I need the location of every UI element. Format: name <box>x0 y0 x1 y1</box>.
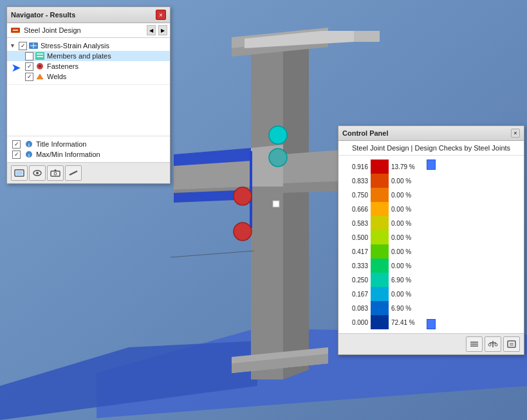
balance-icon <box>488 340 498 349</box>
svg-marker-3 <box>251 39 283 379</box>
svg-rect-32 <box>37 53 43 55</box>
cp-export-button[interactable] <box>503 336 520 352</box>
cp-color-cell-6 <box>371 244 389 259</box>
svg-point-20 <box>234 187 252 205</box>
cp-color-cell-2 <box>371 188 389 202</box>
cp-content: 0.9160.8330.7500.6660.5830.5000.4170.333… <box>338 156 524 333</box>
cp-row-label-11: 0.000 <box>352 315 371 329</box>
cp-row-label-6: 0.417 <box>352 244 371 259</box>
navigator-title: Navigator - Results <box>11 11 75 19</box>
svg-rect-45 <box>51 171 60 176</box>
cp-row-percent-11: 72.41 % <box>389 315 424 329</box>
tree-label-welds: Welds <box>47 73 66 80</box>
svg-point-44 <box>36 172 39 174</box>
cp-title: Control Panel <box>342 129 389 137</box>
tree-label-stress-strain: Stress-Strain Analysis <box>41 42 109 50</box>
svg-rect-33 <box>37 56 43 57</box>
cp-indicator-bottom <box>427 319 436 329</box>
cp-color-cell-7 <box>371 259 389 273</box>
dropdown-forward-button[interactable]: ▶ <box>158 25 167 35</box>
cp-row-label-9: 0.167 <box>352 287 371 301</box>
cp-row-percent-1: 0.00 % <box>389 174 424 188</box>
tree-arrow-stress-strain: ▼ <box>10 42 19 49</box>
cp-row-percent-5: 0.00 % <box>389 230 424 244</box>
navigator-dropdown[interactable]: Steel Joint Design ◀ ▶ <box>7 23 170 38</box>
stress-strain-icon <box>28 41 39 50</box>
cp-color-cell-1 <box>371 174 389 188</box>
cp-balance-button[interactable] <box>485 336 501 352</box>
tree-item-members-plates[interactable]: Members and plates <box>7 51 170 61</box>
svg-rect-56 <box>508 341 515 347</box>
welds-icon <box>35 72 45 81</box>
cp-value-labels: 0.9160.8330.7500.6660.5830.5000.4170.333… <box>344 160 371 329</box>
cp-row-percent-7: 0.00 % <box>389 259 424 273</box>
svg-marker-4 <box>283 29 309 379</box>
navigator-panel: Navigator - Results × Steel Joint Design… <box>6 6 171 184</box>
cp-row-percent-10: 6.90 % <box>389 301 424 315</box>
svg-line-48 <box>69 171 77 175</box>
maxmin-info-item[interactable]: i Max/Min Information <box>12 149 165 160</box>
screenshot-button[interactable] <box>11 165 28 181</box>
cp-row-label-4: 0.583 <box>352 216 371 230</box>
steel-joint-icon <box>10 26 21 35</box>
camera-icon <box>50 169 60 178</box>
cp-row-percent-6: 0.00 % <box>389 244 424 259</box>
cp-row-label-3: 0.666 <box>352 202 371 216</box>
fasteners-icon <box>35 62 45 71</box>
line-icon <box>68 169 79 178</box>
cp-percent-values: 13.79 %0.00 %0.00 %0.00 %0.00 %0.00 %0.0… <box>389 160 424 329</box>
tree-label-fasteners: Fasteners <box>47 62 79 70</box>
title-info-icon: i <box>24 140 34 149</box>
svg-point-54 <box>488 343 491 346</box>
checkbox-fasteners[interactable] <box>25 62 33 71</box>
cp-toolbar <box>338 333 524 354</box>
svg-point-55 <box>495 343 497 346</box>
checkbox-members-plates[interactable] <box>25 52 33 60</box>
svg-point-18 <box>269 126 287 144</box>
cp-titlebar: Control Panel × <box>338 126 524 141</box>
svg-marker-36 <box>37 74 43 79</box>
line-button[interactable] <box>65 165 82 181</box>
view-button[interactable] <box>29 165 46 181</box>
cp-list-button[interactable] <box>466 336 483 352</box>
nav-info-section: i Title Information i Max/Min Informatio… <box>7 136 170 162</box>
maxmin-icon: i <box>24 150 34 159</box>
cp-close-button[interactable]: × <box>511 129 520 138</box>
svg-rect-22 <box>273 201 279 207</box>
cp-color-cell-3 <box>371 202 389 216</box>
cp-colorbar <box>371 160 389 329</box>
screenshot-icon <box>14 169 24 178</box>
cp-color-cell-10 <box>371 301 389 315</box>
navigator-toolbar <box>7 162 170 183</box>
checkbox-welds[interactable] <box>25 73 33 81</box>
cp-row-percent-8: 6.90 % <box>389 273 424 287</box>
title-info-item[interactable]: i Title Information <box>12 139 165 149</box>
svg-marker-46 <box>53 169 57 171</box>
tree-item-stress-strain[interactable]: ▼ Stress-Strain Analysis <box>7 41 170 51</box>
cp-indicator-top <box>427 160 436 170</box>
svg-marker-24 <box>354 31 380 42</box>
cp-row-label-2: 0.750 <box>352 188 371 202</box>
cp-row-label-10: 0.083 <box>352 301 371 315</box>
tree-item-welds[interactable]: Welds <box>7 71 170 82</box>
dropdown-back-button[interactable]: ◀ <box>147 25 156 35</box>
members-plates-icon <box>35 51 45 60</box>
cp-row-label-8: 0.250 <box>352 273 371 287</box>
checkbox-stress-strain[interactable] <box>19 42 27 50</box>
camera-button[interactable] <box>47 165 64 181</box>
checkbox-title-info[interactable] <box>12 140 21 149</box>
dropdown-label: Steel Joint Design <box>24 26 144 34</box>
selection-arrow: ➤ <box>12 62 20 74</box>
cp-subtitle: Steel Joint Design | Design Checks by St… <box>338 141 524 156</box>
navigator-close-button[interactable]: × <box>156 10 166 20</box>
checkbox-maxmin[interactable] <box>12 151 21 159</box>
navigator-tree: ▼ Stress-Strain Analysis Members and pla… <box>7 38 170 84</box>
list-icon <box>469 340 479 349</box>
tree-label-members-plates: Members and plates <box>47 52 111 60</box>
svg-point-35 <box>39 65 41 68</box>
cp-row-label-1: 0.833 <box>352 174 371 188</box>
svg-point-47 <box>54 172 57 175</box>
cp-color-cell-8 <box>371 273 389 287</box>
tree-item-fasteners[interactable]: Fasteners <box>7 61 170 71</box>
svg-point-19 <box>269 149 287 167</box>
